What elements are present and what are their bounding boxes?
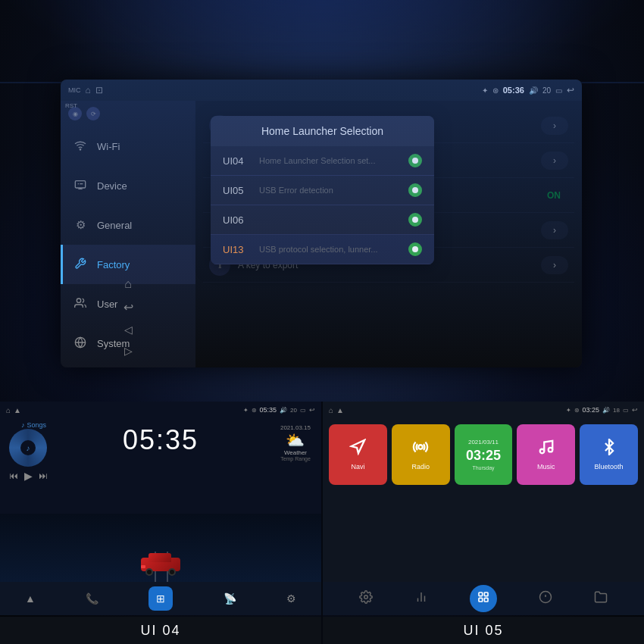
- ui04-radio[interactable]: [408, 154, 422, 167]
- app-tile-navi[interactable]: Navi: [329, 424, 387, 485]
- gear-icon: ⚙: [73, 218, 88, 232]
- dialog-item-ui05[interactable]: UI05 USB Error detection: [211, 176, 434, 205]
- music-disc-inner: ♪: [20, 440, 36, 455]
- ui05-chart-icon[interactable]: [414, 590, 428, 607]
- navi-icon: [349, 439, 366, 460]
- rst-label: RST: [65, 102, 77, 109]
- ui04-battery-icon: ▭: [300, 407, 306, 414]
- svg-point-9: [549, 448, 553, 452]
- ui04-status-right: ✦ ⊛ 05:35 🔊 20 ▭ ↩: [243, 406, 315, 414]
- mic-label: MIC: [68, 86, 81, 94]
- sidebar-home-icon[interactable]: ⌂: [124, 277, 132, 291]
- bt-status-icon: ✦: [482, 86, 488, 95]
- ui05-settings-icon[interactable]: [359, 590, 373, 607]
- ui05-home-icon: [477, 591, 489, 606]
- svg-point-0: [80, 148, 80, 149]
- sidebar-item-device[interactable]: Device: [61, 166, 195, 205]
- sidebar-vol-down-icon[interactable]: ◁: [124, 324, 133, 336]
- app-tile-bluetooth[interactable]: Bluetooth: [580, 424, 638, 485]
- app-tile-radio[interactable]: Radio: [392, 424, 450, 485]
- ui05-label: UI 05: [323, 617, 644, 644]
- ui05-screen: ⌂ ▲ ✦ ⊛ 03:25 🔊 18 ▭ ↩: [323, 402, 644, 615]
- app-tile-clock[interactable]: 2021/03/11 03:25 Thursday: [455, 424, 513, 485]
- factory-label: Factory: [97, 259, 130, 270]
- ui04-signal-icon: ⊛: [252, 407, 257, 414]
- center-clock: 05:35: [123, 424, 199, 456]
- radio-icon: [412, 439, 429, 460]
- svg-rect-14: [479, 592, 483, 596]
- dialog-title: Home Launcher Selection: [211, 116, 434, 146]
- ui05-folder-icon[interactable]: [594, 590, 608, 607]
- ui05-status-right: ✦ ⊛ 03:25 🔊 18 ▭ ↩: [566, 406, 638, 414]
- svg-point-7: [418, 445, 423, 449]
- dialog-item-ui06[interactable]: UI06: [211, 205, 434, 235]
- ui04-nav-signal[interactable]: 📡: [224, 592, 236, 605]
- ui06-radio[interactable]: [408, 213, 422, 227]
- app-tile-music[interactable]: Music: [517, 424, 575, 485]
- ui04-nav-map[interactable]: ▲: [25, 592, 36, 605]
- ui05-home-btn[interactable]: [470, 585, 497, 612]
- ui04-label: UI 04: [0, 617, 321, 644]
- music-disc: ♪: [9, 429, 47, 467]
- dialog-item-ui04[interactable]: UI04 Home Launcher Selection set...: [211, 146, 434, 176]
- signal-status-icon: ⊛: [492, 86, 499, 95]
- next-icon[interactable]: ⏭: [39, 470, 48, 481]
- ui04-home-icon: ⌂: [6, 406, 11, 414]
- ui05-option-text: USB Error detection: [259, 186, 399, 195]
- ui04-option-label: UI04: [223, 155, 250, 167]
- ui05-wifi-icon: ▲: [336, 406, 344, 414]
- back-icon[interactable]: ↩: [567, 85, 574, 95]
- ui04-nav-home[interactable]: ⊞: [148, 586, 173, 611]
- songs-label: ♪ Songs: [21, 421, 46, 429]
- main-screen: MIC ⌂ ⊡ ✦ ⊛ 05:36 🔊 20 ▭ ↩ RST ◉ ⟳: [61, 80, 582, 367]
- sidebar-item-general[interactable]: ⚙ General: [61, 205, 195, 245]
- wifi-label: Wi-Fi: [97, 141, 120, 152]
- road-area: [0, 514, 321, 582]
- ui04-option-text: Home Launcher Selection set...: [259, 156, 399, 165]
- ui05-option-label: UI05: [223, 185, 250, 196]
- ui04-time: 05:35: [260, 406, 277, 414]
- music-icon: [538, 439, 555, 460]
- weather-panel: 2021.03.15 ⛅ Weather Temp Range: [280, 424, 311, 461]
- ui05-gear-icon[interactable]: [539, 590, 552, 607]
- general-label: General: [97, 220, 132, 231]
- ui05-bottom-bar: [323, 582, 644, 615]
- sidebar-back-icon[interactable]: ↩: [123, 300, 133, 314]
- dialog-overlay[interactable]: Home Launcher Selection UI04 Home Launch…: [195, 101, 582, 367]
- ui05-back-icon[interactable]: ↩: [632, 406, 638, 414]
- ui13-radio[interactable]: [408, 242, 422, 256]
- sidebar-top-dots: ◉ ⟳: [61, 101, 195, 127]
- ui05-apps-grid: Navi Radio 2021/03/11 03:25: [329, 418, 638, 485]
- ui04-status-bar: ⌂ ▲ ✦ ⊛ 05:35 🔊 20 ▭ ↩: [0, 402, 321, 418]
- ui04-nav-phone[interactable]: 📞: [86, 592, 98, 605]
- ui04-wifi-icon: ▲: [14, 406, 21, 414]
- prev-icon[interactable]: ⏮: [9, 470, 18, 481]
- svg-point-10: [364, 596, 367, 599]
- play-icon[interactable]: ▶: [24, 470, 33, 482]
- camera-icon: ⊡: [95, 85, 103, 95]
- device-icon: [73, 179, 88, 193]
- svg-rect-16: [479, 598, 483, 602]
- sidebar-vol-up-icon[interactable]: ▷: [124, 345, 133, 357]
- ui05-status-bar: ⌂ ▲ ✦ ⊛ 03:25 🔊 18 ▭ ↩: [323, 402, 644, 418]
- weather-icon: ⛅: [280, 431, 311, 449]
- music-label: Music: [537, 463, 555, 470]
- sidebar-item-wifi[interactable]: Wi-Fi: [61, 127, 195, 166]
- wrench-icon: [73, 258, 88, 272]
- weather-date: 2021.03.15: [280, 424, 311, 431]
- bluetooth-icon: [601, 439, 617, 460]
- svg-point-8: [540, 449, 545, 454]
- svg-rect-15: [484, 592, 488, 596]
- home-icon: ⌂: [86, 85, 91, 95]
- ui04-nav-settings[interactable]: ⚙: [286, 592, 296, 605]
- ui04-back-icon[interactable]: ↩: [309, 406, 315, 414]
- device-label: Device: [97, 180, 127, 192]
- ui05-bt-icon: ✦: [566, 407, 571, 414]
- ui05-radio[interactable]: [408, 183, 422, 197]
- dialog-item-ui13[interactable]: UI13 USB protocol selection, lunner...: [211, 235, 434, 264]
- music-controls: ⏮ ▶ ⏭: [9, 470, 52, 482]
- ui04-vol-icon: 🔊: [280, 407, 287, 414]
- ui04-nav-bar: ▲ 📞 ⊞ 📡 ⚙: [0, 582, 321, 615]
- svg-rect-17: [484, 598, 488, 602]
- ui04-bt-icon: ✦: [243, 407, 249, 414]
